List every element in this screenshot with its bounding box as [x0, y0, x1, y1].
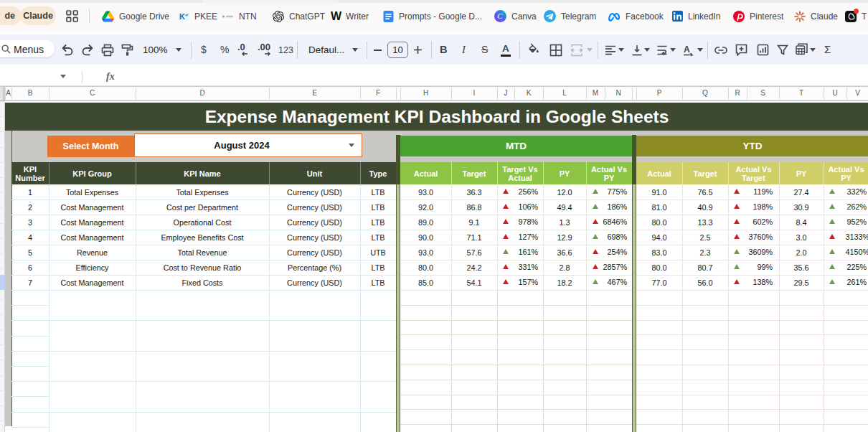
- svg-text:C: C: [497, 11, 503, 20]
- svg-text:K: K: [179, 12, 185, 21]
- svg-text:A: A: [684, 44, 690, 55]
